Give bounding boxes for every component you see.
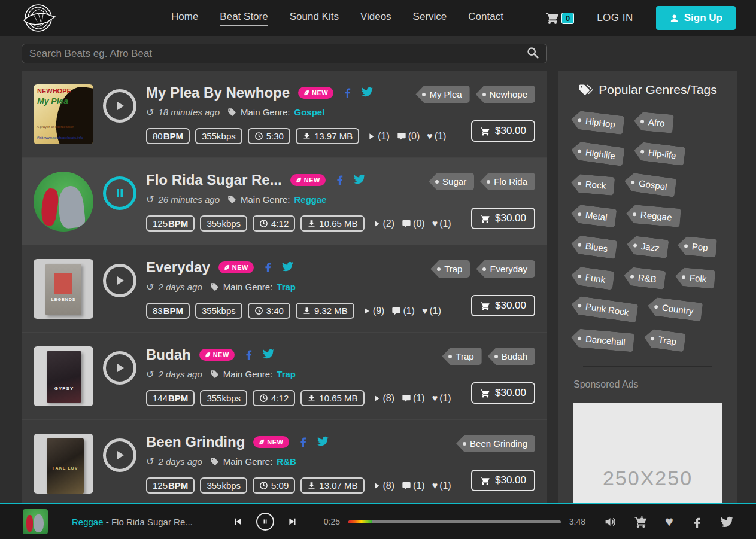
play-button[interactable] [103, 264, 136, 297]
genre-link[interactable]: Gospel [294, 107, 325, 117]
heart-icon: ♥ [665, 513, 673, 530]
nav-service[interactable]: Service [413, 11, 447, 26]
genre-tag[interactable]: Jazz [626, 235, 669, 258]
genre-tag[interactable]: Dancehall [570, 328, 634, 352]
nav-videos[interactable]: Videos [360, 11, 391, 26]
genre-tag[interactable]: Metal [570, 204, 617, 228]
beat-thumbnail[interactable] [34, 172, 93, 232]
twitter-share-icon[interactable] [282, 261, 293, 274]
genre-tag[interactable]: Gospel [623, 172, 676, 197]
genre-tag[interactable]: Folk [675, 267, 716, 289]
beat-thumbnail[interactable]: FAKE LUV [34, 434, 93, 494]
volume-button[interactable] [604, 516, 617, 528]
twitter-share-icon[interactable] [317, 436, 329, 449]
pause-button[interactable] [103, 176, 136, 210]
beat-title[interactable]: Been Grinding [146, 434, 245, 450]
genre-tag[interactable]: Pop [677, 236, 717, 258]
comment-icon [391, 306, 401, 316]
thumb-art-text: LEGENDS [45, 297, 81, 302]
twitter-share-icon[interactable] [354, 173, 365, 187]
next-track-button[interactable] [287, 516, 298, 527]
nav-sound-kits[interactable]: Sound Kits [290, 11, 339, 26]
buy-button[interactable]: $30.00 [471, 470, 535, 491]
beat-thumbnail[interactable]: GYPSY [34, 346, 93, 406]
play-button[interactable] [103, 89, 136, 123]
play-button[interactable] [103, 351, 136, 385]
genre-tag[interactable]: HipHop [570, 110, 624, 135]
buy-button[interactable]: $30.00 [471, 295, 535, 316]
play-icon [113, 448, 127, 462]
player-add-to-cart-button[interactable] [634, 515, 648, 529]
bitrate-pill: 355kbps [200, 215, 247, 232]
buy-button[interactable]: $30.00 [471, 120, 535, 142]
site-logo[interactable] [20, 2, 59, 34]
beat-tag[interactable]: My Plea [415, 86, 469, 103]
beat-tag[interactable]: Everyday [476, 260, 535, 278]
genre-link[interactable]: Trap [277, 369, 296, 379]
facebook-share-icon[interactable] [297, 436, 309, 449]
genre-tag[interactable]: Hip-life [633, 141, 685, 166]
thumb-art-text: FAKE LUV [47, 466, 84, 470]
beat-thumbnail[interactable]: NEWHOPE My Plea A prayer of intercession… [34, 84, 93, 144]
search-input[interactable] [29, 48, 526, 60]
previous-icon [232, 516, 243, 527]
beat-tag[interactable]: Been Grinding [456, 435, 535, 452]
cart-count-badge: 0 [561, 13, 574, 24]
genre-tag[interactable]: Punk Rock [570, 295, 638, 322]
facebook-share-icon[interactable] [262, 261, 274, 274]
beat-tag[interactable]: Budah [488, 348, 535, 365]
sidebar: Popular Genres/Tags HipHop Afro Highlife… [558, 71, 737, 539]
genre-tag[interactable]: Country [646, 297, 703, 322]
new-badge: NEW [290, 174, 326, 186]
login-link[interactable]: LOG IN [597, 12, 633, 24]
beat-title[interactable]: Budah [146, 346, 191, 363]
genre-tag[interactable]: R&B [623, 266, 666, 290]
nav-beat-store[interactable]: Beat Store [220, 11, 268, 26]
genre-tag[interactable]: Rock [570, 173, 615, 196]
player-current-time: 0:25 [318, 517, 340, 526]
facebook-share-icon[interactable] [342, 86, 353, 99]
previous-track-button[interactable] [232, 516, 243, 527]
player-progress-bar[interactable] [348, 520, 561, 523]
player-twitter-button[interactable] [721, 516, 733, 528]
player-like-button[interactable]: ♥ [665, 513, 673, 530]
buy-button[interactable]: $30.00 [471, 382, 535, 404]
beat-tag[interactable]: Flo Rida [480, 173, 535, 190]
beat-thumbnail[interactable]: LEGENDS [34, 259, 93, 319]
genre-tag[interactable]: Afro [633, 111, 674, 133]
genre-tag[interactable]: Reggae [626, 204, 681, 227]
leaf-icon [259, 439, 265, 445]
signup-button[interactable]: Sign Up [656, 6, 736, 30]
beat-tag[interactable]: Sugar [429, 173, 474, 190]
twitter-share-icon[interactable] [362, 86, 373, 99]
header-cart-button[interactable]: 0 [545, 11, 574, 25]
genre-tag[interactable]: Funk [570, 266, 615, 290]
nav-home[interactable]: Home [171, 11, 198, 26]
genre-tag[interactable]: Blues [570, 235, 617, 259]
beat-tag[interactable]: Trap [442, 348, 481, 365]
time-ago: 18 minutes ago [158, 107, 220, 117]
facebook-share-icon[interactable] [243, 348, 254, 361]
genre-link[interactable]: Trap [277, 282, 296, 292]
beat-tag[interactable]: Trap [430, 260, 470, 278]
genre-link[interactable]: Reggae [294, 194, 327, 205]
duration-pill: 3:40 [248, 303, 290, 319]
bitrate-pill: 355kbps [200, 390, 247, 406]
player-track-genre[interactable]: Reggae [72, 517, 104, 527]
player-facebook-button[interactable] [691, 516, 703, 528]
genre-tag[interactable]: Highlife [570, 141, 624, 166]
genre-link[interactable]: R&B [277, 456, 296, 467]
beat-title[interactable]: Everyday [146, 259, 210, 276]
beat-tag[interactable]: Newhope [476, 86, 535, 103]
nav-contact[interactable]: Contact [468, 11, 503, 26]
beat-title[interactable]: Flo Rida Sugar Re... [146, 172, 282, 188]
play-button[interactable] [103, 438, 136, 472]
search-button[interactable] [526, 46, 539, 62]
beat-title[interactable]: My Plea By Newhope [146, 84, 290, 101]
player-pause-button[interactable] [256, 513, 274, 531]
genre-tag[interactable]: Trap [643, 328, 686, 352]
buy-button[interactable]: $30.00 [471, 208, 535, 229]
twitter-share-icon[interactable] [263, 348, 274, 361]
tags-icon [578, 83, 593, 97]
facebook-share-icon[interactable] [334, 173, 345, 187]
